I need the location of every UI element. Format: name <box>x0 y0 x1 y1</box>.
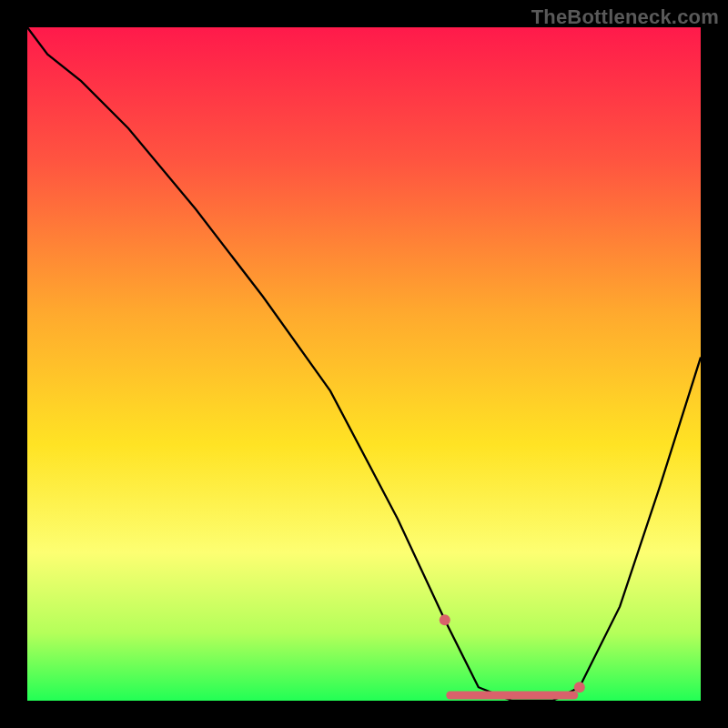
svg-point-1 <box>440 614 450 625</box>
chart-frame: TheBottleneck.com <box>0 0 728 728</box>
svg-point-2 <box>574 682 585 693</box>
curve-path <box>27 27 701 701</box>
watermark: TheBottleneck.com <box>531 5 719 29</box>
bottleneck-curve <box>27 27 701 701</box>
plot-area <box>27 27 701 701</box>
